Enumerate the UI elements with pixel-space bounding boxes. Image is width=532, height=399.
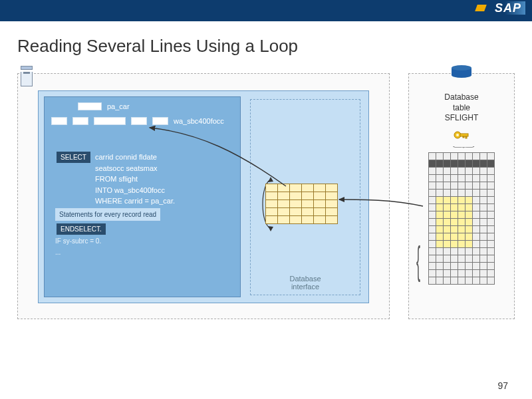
select-block: SELECT carrid connid fldate seatsocc sea…	[57, 152, 233, 257]
db-table-title: Database table SFLIGHT	[409, 74, 514, 124]
if-subrc-line: IF sy-subrc = 0.	[55, 236, 233, 246]
param-label: pa_car	[107, 102, 130, 110]
parameter-row: pa_car	[51, 102, 233, 110]
svg-rect-4	[460, 134, 468, 136]
select-line-5: WHERE carrid = pa_car.	[95, 196, 175, 207]
select-line-1: carrid connid fldate	[95, 152, 175, 163]
param-slot	[78, 102, 102, 110]
db-interface-box: Database interface	[250, 99, 360, 295]
svg-marker-0	[268, 177, 273, 182]
select-line-3: FROM sflight	[95, 174, 175, 185]
workarea-label: wa_sbc400focc	[174, 117, 224, 125]
database-cylinder-icon	[452, 66, 471, 79]
sap-logo: SAP	[491, 1, 525, 15]
workarea-row: wa_sbc400focc	[51, 117, 233, 125]
page-number: 97	[497, 380, 508, 391]
selection-brace-icon: {	[416, 237, 420, 283]
key-brace-icon: ⏟	[304, 142, 532, 146]
server-icon	[21, 66, 33, 84]
key-icon	[454, 130, 469, 140]
database-panel: Database table SFLIGHT ⏟ {	[408, 73, 515, 319]
ellipsis: ...	[55, 247, 233, 257]
loop-body-comment: Statements for every record read	[55, 208, 160, 221]
svg-rect-5	[466, 136, 467, 138]
program-stage: pa_car wa_sbc400focc SELECT carrid conni…	[17, 73, 390, 319]
svg-rect-6	[463, 136, 464, 138]
db-table-grid	[428, 152, 495, 285]
endselect-keyword: ENDSELECT.	[57, 223, 106, 235]
abap-code-panel: pa_car wa_sbc400focc SELECT carrid conni…	[44, 96, 241, 297]
svg-point-3	[456, 134, 459, 136]
select-keyword: SELECT	[57, 152, 90, 163]
top-banner: SAP	[0, 0, 532, 21]
db-interface-label: Database interface	[251, 275, 360, 291]
select-line-2: seatsocc seatsmax	[95, 163, 175, 174]
select-line-4: INTO wa_sbc400focc	[95, 185, 175, 196]
slide-title: Reading Several Lines Using a Loop	[0, 21, 532, 57]
program-box: pa_car wa_sbc400focc SELECT carrid conni…	[38, 90, 369, 303]
buffer-table-icon	[265, 184, 338, 224]
svg-marker-1	[268, 226, 273, 231]
